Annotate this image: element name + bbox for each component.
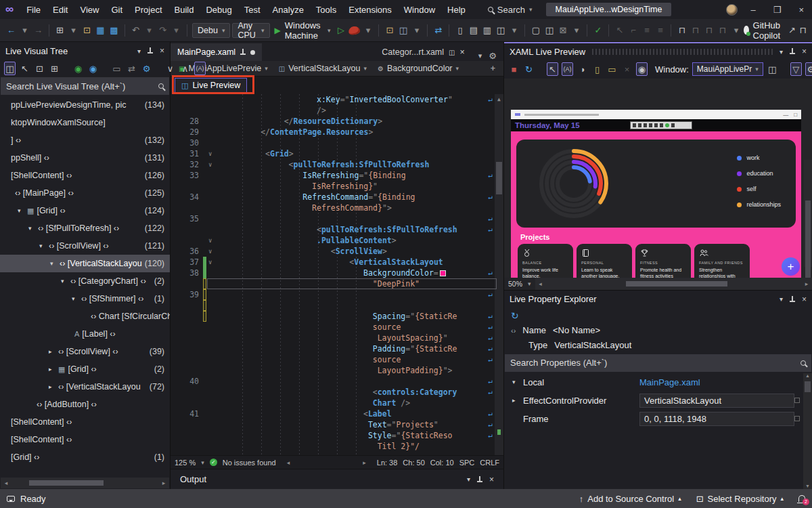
find-in-files-icon[interactable]: ⊡ [384, 24, 395, 37]
device-terminal-icon[interactable]: ▥ [481, 24, 493, 37]
undo-icon[interactable]: ↶ [130, 24, 141, 37]
menu-file[interactable]: File [20, 3, 47, 16]
property-value-box[interactable]: VerticalStackLayout [639, 394, 794, 408]
window-preview-icon[interactable]: ◫ [397, 24, 409, 37]
code-line[interactable]: Padding="{StaticRe↵ [171, 343, 503, 354]
property-value[interactable]: MainPage.xaml [639, 377, 812, 387]
live-visual-tree-search-input[interactable]: Search Live Visual Tree (Alt+`) [1, 77, 169, 95]
select-dim2-icon[interactable]: ⌐ [627, 24, 639, 37]
hotreload-caret-icon[interactable]: ▾ [362, 24, 374, 37]
panel-menu-icon[interactable]: ▾ [137, 47, 141, 55]
tab-list-caret-icon[interactable]: ▾ [478, 51, 482, 60]
code-line[interactable]: ∨.PullableContent> [171, 235, 503, 246]
code-line[interactable]: 30 [171, 137, 503, 148]
code-line[interactable]: Style="{StaticReso↵ [171, 430, 503, 441]
code-line[interactable]: 33IsRefreshing="{Binding↵ [171, 170, 503, 181]
issues-status[interactable]: No issues found [223, 459, 276, 467]
tree-item[interactable]: ▾▦[Grid] ‹›(124) [0, 202, 170, 219]
filter-icon[interactable]: ▽ [790, 62, 802, 76]
editor-zoom-level[interactable]: 125 % [175, 459, 196, 467]
menu-test[interactable]: Test [238, 3, 267, 16]
run-nodebug-icon[interactable]: ▷ [335, 24, 346, 37]
tree-item[interactable]: ▸‹› [VerticalStackLayou(72) [0, 378, 170, 396]
menu-debug[interactable]: Debug [200, 3, 238, 16]
code-line[interactable]: 38BackgroundColor=↵ [171, 268, 503, 278]
search-button[interactable]: Search ▾ [482, 5, 538, 15]
device-android-icon[interactable]: ▤ [468, 24, 479, 37]
spaces-indicator[interactable]: SPC [459, 459, 475, 467]
menu-extensions[interactable]: Extensions [342, 3, 398, 16]
notifications-button[interactable]: 2 [798, 495, 805, 502]
code-line[interactable]: LayoutPadding}"> [171, 365, 503, 376]
property-value-text[interactable]: MainPage.xaml [639, 377, 700, 387]
undo-caret-icon[interactable]: ▾ [143, 24, 155, 37]
expander-icon[interactable]: ▸ [49, 348, 58, 355]
tree-item[interactable]: [ShellContent] ‹›(126) [0, 167, 170, 184]
back-caret-icon[interactable]: ▾ [19, 24, 30, 37]
tab-mainpage-xaml[interactable]: MainPage.xaml [171, 43, 262, 61]
app-minimize-icon[interactable]: — [783, 112, 788, 118]
new-caret-icon[interactable]: ▾ [68, 24, 79, 37]
new-project-icon[interactable]: ⊞ [54, 24, 66, 37]
bookmark-icon[interactable]: ⊓ [676, 24, 687, 37]
window-caret-icon[interactable]: ▾ [411, 24, 422, 37]
project-card[interactable]: PERSONALLearn to speak another language.… [577, 244, 632, 278]
close-icon[interactable]: × [802, 295, 807, 304]
panel-menu-icon[interactable]: ▾ [467, 475, 470, 483]
tree-item[interactable]: [ShellContent] ‹› [0, 413, 170, 431]
code-line[interactable]: IsRefreshing}" [171, 181, 503, 192]
output-panel-title[interactable]: Output [180, 474, 206, 484]
forward-icon[interactable]: → [32, 24, 44, 37]
bookmark-clear-icon[interactable]: ⊓ [717, 24, 728, 37]
pin-icon[interactable] [148, 47, 153, 54]
pin-icon[interactable] [240, 49, 246, 56]
menu-view[interactable]: View [74, 3, 105, 16]
scroll-left-icon[interactable]: ◂ [1, 480, 12, 486]
tree-item[interactable]: ▾‹› [CategoryChart] ‹›(2) [0, 272, 170, 290]
tree-item[interactable]: ▸▦[Grid] ‹›(2) [0, 360, 170, 378]
close-icon[interactable]: × [489, 475, 494, 484]
code-line[interactable]: RefreshCommand}"> [171, 203, 503, 213]
move-splitter-icon[interactable]: + [487, 64, 499, 73]
sync-icon[interactable]: ⇄ [432, 24, 444, 37]
open-folder-icon[interactable]: ⊡ [81, 24, 93, 37]
project-card[interactable]: BALANCEImprove work life balance.work [518, 244, 573, 278]
property-value-box[interactable]: 0, 0, 1118, 1948 [639, 412, 794, 426]
tree-item[interactable]: A[Label] ‹› [0, 325, 170, 343]
caret-icon[interactable]: ▾ [570, 24, 582, 37]
code-line[interactable]: 28</ResourceDictionary> [171, 116, 503, 127]
expander-icon[interactable]: ▸ [49, 383, 58, 390]
tree-horizontal-scrollbar[interactable]: ◂ ▸ [1, 478, 169, 488]
code-line[interactable]: LayoutSpacing}"↵ [171, 333, 503, 343]
fold-arrow-icon[interactable]: ∨ [208, 235, 212, 246]
tree-item[interactable]: ‹› [MainPage] ‹›(125) [0, 184, 170, 202]
expander-icon[interactable]: ▾ [50, 260, 60, 267]
gear-icon[interactable]: ⚙ [489, 51, 497, 61]
popout-window-icon[interactable]: ◫ [767, 62, 778, 76]
tree-item[interactable]: [ShellContent] ‹› [0, 431, 170, 448]
redo-icon[interactable]: ↷ [157, 24, 168, 37]
menu-analyze[interactable]: Analyze [267, 3, 310, 16]
property-row[interactable]: Frame0, 0, 1118, 1948 [504, 410, 812, 428]
code-line[interactable]: 39↵ [171, 289, 503, 300]
breadcrumb-segment[interactable]: ◫VerticalStackLayou▾ [275, 64, 371, 73]
minimize-button[interactable]: – [747, 5, 760, 15]
code-line[interactable]: <controls:Category↵ [171, 387, 503, 398]
remove-dim-icon[interactable]: × [621, 62, 633, 76]
start-debugging-button[interactable]: ▶ Windows Machine▾ [272, 20, 334, 41]
tree-item[interactable]: ‹› [AddButton] ‹› [0, 396, 170, 413]
hot-reload-flame-icon[interactable] [348, 25, 361, 35]
refresh-icon[interactable]: ↻ [511, 310, 519, 321]
fold-arrow-icon[interactable]: ∨ [208, 148, 212, 159]
project-card[interactable]: FAMILY AND FRIENDSStrengthen relationshi… [694, 244, 750, 278]
tab-categorychart-xaml[interactable]: Categor...rt.xaml ◫ × [375, 43, 471, 61]
code-line[interactable]: "DeepPink" [171, 278, 503, 289]
debug-configuration-dropdown[interactable]: Debu▾ [192, 23, 230, 38]
select-repository-button[interactable]: ⊡ Select Repository▴ [696, 494, 784, 504]
preview-hscroll-thumb[interactable] [626, 281, 727, 287]
expander-icon[interactable]: ▾ [72, 295, 81, 302]
project-card[interactable]: FITNESSPromote health and fitness activi… [635, 244, 691, 278]
menu-edit[interactable]: Edit [47, 3, 74, 16]
stop-icon[interactable]: ■ [508, 62, 520, 76]
code-line[interactable]: 31∨<Grid> [171, 148, 503, 159]
